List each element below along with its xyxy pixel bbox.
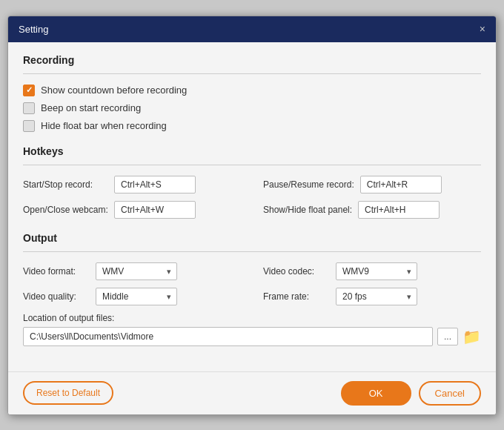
browse-folder-button[interactable]: 📁 bbox=[462, 329, 481, 344]
close-button[interactable]: × bbox=[480, 24, 485, 34]
browse-dots-button[interactable]: ... bbox=[437, 328, 458, 345]
quality-label: Video quality: bbox=[23, 291, 90, 302]
output-divider bbox=[23, 251, 481, 252]
hotkey-label-0: Start/Stop record: bbox=[23, 179, 108, 190]
output-grid: Video format: WMV MP4 AVI MOV Video code… bbox=[23, 262, 481, 305]
framerate-select[interactable]: 15 fps 20 fps 25 fps 30 fps bbox=[336, 288, 417, 305]
reset-button[interactable]: Reset to Default bbox=[23, 381, 113, 405]
codec-select[interactable]: WMV9 H.264 H.265 bbox=[336, 262, 417, 280]
hotkey-input-2[interactable] bbox=[114, 201, 196, 219]
output-title: Output bbox=[23, 232, 481, 244]
recording-divider bbox=[23, 73, 481, 74]
codec-label: Video codec: bbox=[263, 266, 330, 277]
settings-dialog: Setting × Recording Show countdown befor… bbox=[7, 16, 497, 415]
location-input[interactable] bbox=[23, 327, 433, 346]
codec-select-wrapper: WMV9 H.264 H.265 bbox=[336, 262, 417, 280]
checkbox-label-1: Beep on start recording bbox=[41, 102, 141, 113]
output-row-format: Video format: WMV MP4 AVI MOV bbox=[23, 262, 241, 280]
format-select-wrapper: WMV MP4 AVI MOV bbox=[96, 262, 177, 280]
footer: Reset to Default OK Cancel bbox=[8, 371, 496, 414]
recording-section: Recording Show countdown before recordin… bbox=[23, 54, 481, 132]
framerate-label: Frame rate: bbox=[263, 291, 330, 302]
ok-button[interactable]: OK bbox=[341, 381, 411, 406]
checkbox-row-0[interactable]: Show countdown before recording bbox=[23, 85, 481, 96]
hotkeys-title: Hotkeys bbox=[23, 145, 481, 157]
content-area: Recording Show countdown before recordin… bbox=[8, 42, 496, 371]
footer-right: OK Cancel bbox=[341, 381, 481, 406]
cancel-button[interactable]: Cancel bbox=[419, 381, 481, 406]
output-section: Output Video format: WMV MP4 AVI MOV bbox=[23, 232, 481, 346]
output-row-quality: Video quality: Low Middle High bbox=[23, 288, 241, 305]
checkbox-1[interactable] bbox=[23, 102, 35, 114]
checkbox-0[interactable] bbox=[23, 85, 35, 96]
location-row: ... 📁 bbox=[23, 327, 481, 346]
format-label: Video format: bbox=[23, 266, 90, 277]
hotkey-row-3: Show/Hide float panel: bbox=[263, 201, 481, 219]
checkbox-row-1[interactable]: Beep on start recording bbox=[23, 102, 481, 114]
format-select[interactable]: WMV MP4 AVI MOV bbox=[96, 262, 177, 280]
hotkey-label-1: Pause/Resume record: bbox=[263, 179, 354, 190]
recording-title: Recording bbox=[23, 54, 481, 66]
hotkey-input-1[interactable] bbox=[360, 176, 442, 194]
checkbox-label-0: Show countdown before recording bbox=[41, 85, 187, 96]
hotkey-input-0[interactable] bbox=[114, 176, 196, 194]
quality-select[interactable]: Low Middle High bbox=[96, 288, 177, 305]
hotkeys-grid: Start/Stop record: Pause/Resume record: … bbox=[23, 176, 481, 219]
quality-select-wrapper: Low Middle High bbox=[96, 288, 177, 305]
hotkeys-section: Hotkeys Start/Stop record: Pause/Resume … bbox=[23, 145, 481, 219]
hotkey-row-0: Start/Stop record: bbox=[23, 176, 241, 194]
output-row-codec: Video codec: WMV9 H.264 H.265 bbox=[263, 262, 481, 280]
hotkey-label-3: Show/Hide float panel: bbox=[263, 205, 352, 215]
hotkeys-divider bbox=[23, 165, 481, 165]
hotkey-input-3[interactable] bbox=[358, 201, 440, 219]
title-bar: Setting × bbox=[8, 16, 496, 42]
output-row-framerate: Frame rate: 15 fps 20 fps 25 fps 30 fps bbox=[263, 288, 481, 305]
location-label: Location of output files: bbox=[23, 313, 481, 323]
checkbox-row-2[interactable]: Hide float bar when recording bbox=[23, 120, 481, 132]
checkbox-label-2: Hide float bar when recording bbox=[41, 120, 167, 131]
hotkey-label-2: Open/Close webcam: bbox=[23, 205, 108, 215]
checkbox-2[interactable] bbox=[23, 120, 35, 132]
dialog-title: Setting bbox=[19, 24, 48, 35]
framerate-select-wrapper: 15 fps 20 fps 25 fps 30 fps bbox=[336, 288, 417, 305]
hotkey-row-1: Pause/Resume record: bbox=[263, 176, 481, 194]
hotkey-row-2: Open/Close webcam: bbox=[23, 201, 241, 219]
